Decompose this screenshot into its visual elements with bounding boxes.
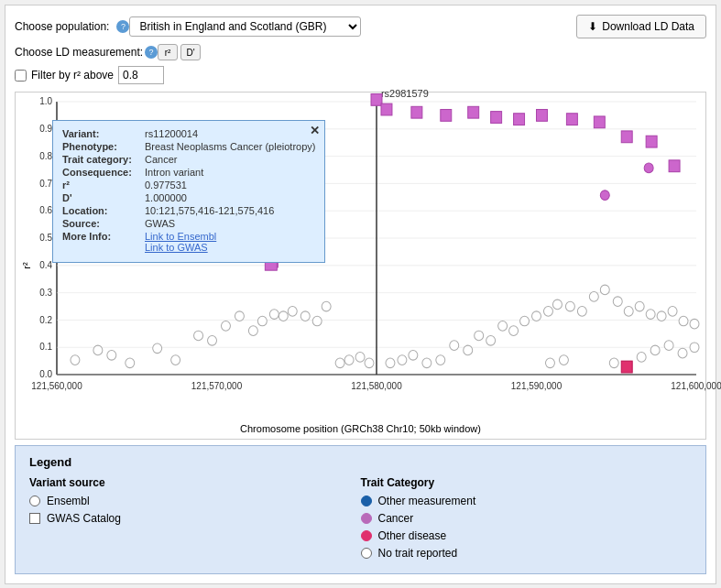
legend-gwas-item: GWAS Catalog [29,512,361,525]
svg-point-51 [365,358,374,368]
svg-text:121,580,000: 121,580,000 [351,381,402,391]
svg-point-54 [386,358,395,368]
ensembl-circle-icon [29,495,40,506]
svg-point-34 [153,343,162,354]
filter-row: Filter by r² above 0.8 [15,66,706,84]
svg-point-44 [288,307,297,317]
svg-rect-95 [537,110,548,122]
svg-point-37 [208,335,217,345]
svg-point-48 [335,358,344,368]
svg-point-67 [543,307,552,317]
other-measurement-icon [361,495,372,506]
svg-text:0.5: 0.5 [39,233,52,243]
svg-text:0.1: 0.1 [39,342,52,352]
svg-point-71 [589,292,598,302]
cancer-icon [361,513,372,524]
cancer-label: Cancer [378,512,414,525]
tooltip-links: Link to Ensembl Link to GWAS [145,231,216,253]
svg-text:121,570,000: 121,570,000 [191,381,243,391]
svg-text:0.4: 0.4 [39,260,52,270]
tooltip-location-key: Location: [62,205,145,216]
legend-other-measurement-item: Other measurement [361,495,693,507]
svg-point-62 [486,335,496,345]
filter-checkbox[interactable] [15,70,27,82]
svg-point-79 [679,316,688,326]
svg-point-87 [678,348,687,358]
legend-other-disease-item: Other disease [361,529,693,542]
svg-point-38 [221,321,230,332]
link-ensembl[interactable]: Link to Ensembl [145,231,216,242]
tooltip-close-button[interactable]: ✕ [310,124,320,137]
population-select[interactable]: British in England and Scotland (GBR) Af… [129,16,361,37]
svg-point-69 [565,301,574,311]
svg-point-35 [171,355,180,365]
svg-text:1.0: 1.0 [39,96,52,106]
legend-area: Legend Variant source Ensembl GWAS Catal… [15,445,706,574]
tooltip-r2-row: r² 0.977531 [62,180,315,191]
tooltip-source-key: Source: [62,218,145,229]
svg-point-58 [436,355,445,365]
svg-point-72 [600,285,609,295]
tooltip-variant-row: Variant: rs11200014 [62,128,315,139]
svg-point-59 [450,341,459,351]
svg-text:0.7: 0.7 [39,178,52,188]
ld-info-icon[interactable]: ? [145,46,158,59]
svg-point-81 [545,358,554,368]
svg-point-39 [235,311,244,321]
variant-label: rs2981579 [381,87,429,98]
legend-no-trait-item: No trait reported [361,547,693,560]
tooltip-variant-key: Variant: [62,128,145,139]
no-trait-label: No trait reported [378,547,458,560]
svg-rect-90 [411,106,422,118]
svg-point-55 [398,355,407,365]
r2-button[interactable]: r² [158,44,178,60]
tooltip-d-key: D' [62,192,145,203]
filter-label: Filter by r² above [31,69,114,82]
legend-trait-category-col: Trait Category Other measurement Cancer … [361,476,693,564]
svg-text:0.2: 0.2 [39,314,52,324]
filter-value-input[interactable]: 0.8 [118,66,164,84]
svg-point-84 [637,353,646,363]
svg-point-40 [248,326,257,336]
svg-rect-93 [491,112,502,124]
svg-point-102 [644,163,653,173]
svg-rect-94 [514,114,525,125]
tooltip-phenotype-key: Phenotype: [62,141,145,152]
svg-point-74 [624,307,633,317]
gwas-label: GWAS Catalog [47,512,121,525]
population-info-icon[interactable]: ? [116,20,129,33]
population-row: Choose population: ? British in England … [15,15,706,38]
svg-point-80 [690,319,699,329]
svg-point-88 [690,343,699,353]
svg-point-31 [93,345,103,355]
tooltip-more-info-key: More Info: [62,231,145,253]
svg-text:121,590,000: 121,590,000 [511,381,563,391]
other-disease-icon [361,530,372,541]
tooltip-location-val: 10:121,575,416-121,575,416 [145,205,274,216]
no-trait-icon [361,548,372,559]
tooltip-location-row: Location: 10:121,575,416-121,575,416 [62,205,315,216]
svg-rect-98 [621,131,632,143]
svg-point-63 [498,321,508,332]
tooltip-variant-val: rs11200014 [145,128,198,139]
tooltip-more-info-row: More Info: Link to Ensembl Link to GWAS [62,231,315,253]
svg-point-101 [600,191,609,201]
svg-rect-100 [669,160,680,172]
svg-text:0.3: 0.3 [39,288,52,298]
tooltip-consequence-key: Consequence: [62,167,145,178]
svg-rect-29 [371,93,382,105]
tooltip-r2-key: r² [62,180,145,191]
download-icon: ⬇ [588,20,597,33]
d-prime-button[interactable]: D' [180,44,201,60]
y-axis-label: r² [21,262,32,268]
legend-title: Legend [29,455,692,469]
link-gwas[interactable]: Link to GWAS [145,242,216,253]
svg-point-64 [509,326,519,336]
svg-point-50 [355,353,365,363]
svg-point-46 [312,316,322,326]
download-ld-button[interactable]: ⬇ Download LD Data [576,15,706,38]
gwas-square-icon [29,513,40,524]
svg-point-73 [613,297,622,307]
tooltip-phenotype-row: Phenotype: Breast Neoplasms Cancer (plei… [62,141,315,152]
svg-point-76 [646,310,655,320]
